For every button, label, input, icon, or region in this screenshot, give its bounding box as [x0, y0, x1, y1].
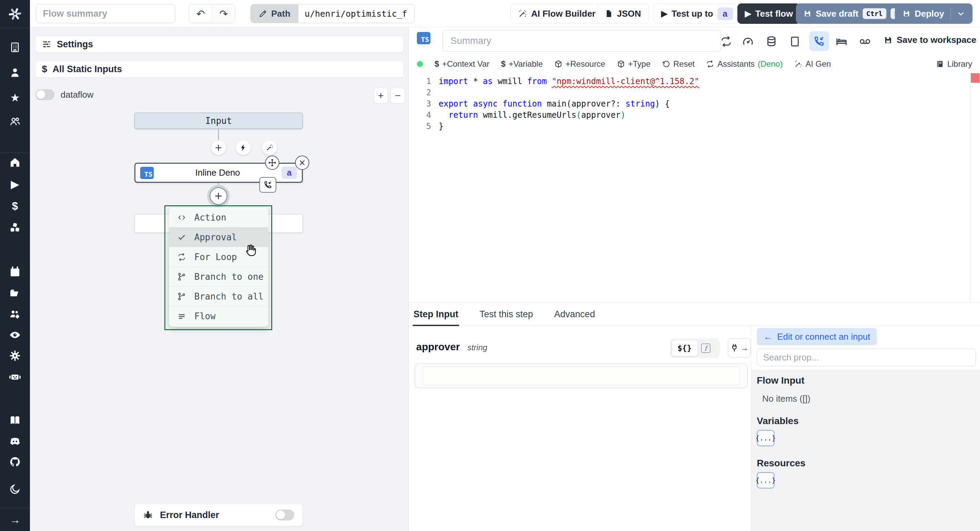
audit-eye-icon[interactable]	[0, 324, 30, 346]
resources-expand-button[interactable]: {...}	[757, 472, 775, 488]
app-sidebar: ★ ▶ $	[0, 0, 30, 531]
zoom-out-button[interactable]: −	[391, 88, 405, 104]
function-mode-toggle[interactable]: f	[699, 343, 713, 353]
tab-test-this-step[interactable]: Test this step	[479, 303, 534, 326]
building-icon[interactable]	[0, 37, 30, 58]
runs-play-icon[interactable]: ▶	[0, 174, 30, 195]
mouse-cursor-pointer	[243, 243, 258, 258]
dark-mode-moon-icon[interactable]	[0, 478, 30, 500]
menu-item-label: Action	[194, 212, 226, 223]
insert-step-button[interactable]	[211, 140, 226, 155]
suspend-approval-button-active[interactable]	[809, 31, 829, 51]
save-draft-button[interactable]: Save draft Ctrl S	[796, 3, 910, 24]
edit-or-connect-button[interactable]: ← Edit or connect an input	[757, 328, 877, 345]
early-stop-gauge-icon[interactable]	[742, 35, 754, 48]
all-static-inputs-button[interactable]: $ All Static Inputs	[35, 61, 404, 78]
insert-step-button-active[interactable]	[210, 187, 227, 205]
add-variable-button[interactable]: $+Variable	[501, 59, 543, 69]
ai-flow-builder-button[interactable]: AI Flow Builder	[511, 3, 603, 24]
user-group-icon[interactable]	[0, 111, 30, 132]
step-summary-input[interactable]	[443, 30, 721, 52]
play-icon: ▶	[661, 9, 667, 18]
settings-gear-icon[interactable]	[0, 345, 30, 366]
tab-step-input[interactable]: Step Input	[413, 303, 459, 326]
dataflow-row: dataflow	[35, 89, 404, 100]
error-handler-row[interactable]: Error Handler	[134, 504, 303, 526]
folders-icon[interactable]	[0, 282, 30, 304]
step-id-badge: a	[282, 166, 297, 179]
add-context-var-button[interactable]: $+Context Var	[434, 59, 489, 69]
tab-advanced[interactable]: Advanced	[554, 303, 596, 326]
error-handler-toggle[interactable]	[275, 510, 294, 520]
typescript-badge: TS	[417, 32, 430, 44]
path-value-input[interactable]	[298, 5, 414, 23]
menu-item-flow[interactable]: Flow	[169, 306, 268, 326]
undo-button[interactable]: ↶	[189, 5, 212, 23]
edit-or-connect-label: Edit or connect an input	[777, 332, 870, 342]
assistants-button[interactable]: Assistants (Deno)	[706, 59, 783, 69]
sleep-bed-icon[interactable]	[835, 35, 848, 48]
docs-book-icon[interactable]	[0, 410, 30, 431]
deploy-button[interactable]: Deploy	[895, 3, 972, 24]
flow-input-node[interactable]: Input	[134, 113, 303, 129]
package-icon	[617, 60, 625, 68]
retries-repeat-icon[interactable]	[720, 35, 732, 48]
move-step-handle[interactable]	[265, 156, 279, 170]
menu-item-action[interactable]: Action	[169, 207, 268, 227]
flow-summary-input[interactable]	[36, 4, 175, 23]
connect-input-button[interactable]: →	[728, 338, 751, 357]
magic-wand-icon	[518, 9, 527, 18]
star-icon[interactable]: ★	[0, 87, 30, 108]
menu-item-branch-to-one[interactable]: Branch to one	[169, 267, 268, 287]
add-resource-button[interactable]: +Resource	[554, 59, 605, 69]
zoom-in-button[interactable]: +	[374, 88, 388, 104]
field-value-input[interactable]	[415, 364, 748, 388]
windmill-logo[interactable]	[0, 0, 30, 28]
home-icon[interactable]	[0, 152, 30, 173]
mock-square-icon[interactable]	[789, 35, 801, 48]
library-button[interactable]: Library	[936, 59, 972, 69]
template-expr-toggle[interactable]: ${}	[672, 340, 698, 356]
delete-step-button[interactable]	[295, 156, 309, 170]
test-flow-button[interactable]: ▶ Test flow	[737, 3, 800, 24]
save-icon	[803, 10, 811, 18]
json-button[interactable]: JSON	[597, 3, 649, 24]
groups-settings-icon[interactable]	[0, 304, 30, 325]
reset-button[interactable]: Reset	[662, 59, 695, 69]
menu-item-label: Branch to one	[194, 272, 264, 282]
line-numbers: 12345	[409, 76, 431, 132]
flow-input-title: Flow Input	[757, 375, 980, 386]
test-up-to-button[interactable]: ▶ Test up to a	[653, 3, 741, 24]
user-icon[interactable]	[0, 62, 30, 83]
discord-icon[interactable]	[0, 431, 30, 452]
menu-item-branch-to-all[interactable]: Branch to all	[169, 287, 268, 306]
save-to-workspace-button[interactable]: Save to workspace	[884, 35, 976, 45]
trigger-bolt-button[interactable]	[236, 140, 251, 155]
path-chip[interactable]: Path	[251, 5, 298, 23]
code-editor[interactable]: 12345 import * as wmill from "npm:windmi…	[409, 73, 980, 302]
variables-expand-button[interactable]: {...}	[757, 430, 775, 446]
expand-arrow-icon[interactable]: →	[0, 509, 30, 530]
add-type-button[interactable]: +Type	[617, 59, 651, 69]
redo-button[interactable]: ↷	[212, 5, 235, 23]
dataflow-toggle[interactable]	[35, 89, 54, 100]
ai-wand-button[interactable]	[262, 140, 277, 155]
ai-robot-icon[interactable]	[0, 366, 30, 387]
variables-title: Variables	[757, 416, 980, 426]
schedules-calendar-icon[interactable]	[0, 262, 30, 282]
lifetime-voicemail-icon[interactable]	[859, 35, 871, 48]
cache-database-icon[interactable]	[765, 35, 778, 48]
save-icon	[884, 36, 892, 45]
deploy-label: Deploy	[915, 8, 944, 19]
ai-gen-button[interactable]: AI Gen	[794, 59, 831, 69]
file-icon	[605, 10, 613, 18]
flow-settings-button[interactable]: Settings	[35, 36, 404, 53]
deploy-more-button[interactable]	[950, 8, 965, 20]
code-content[interactable]: import * as wmill from "npm:windmill-cli…	[439, 76, 967, 132]
variables-dollar-icon[interactable]: $	[0, 195, 30, 217]
editor-actions-row: $+Context Var $+Variable +Resource +Type…	[409, 55, 980, 73]
search-prop-input[interactable]	[757, 349, 976, 366]
package-icon	[554, 60, 563, 68]
github-icon[interactable]	[0, 451, 30, 472]
resources-cubes-icon[interactable]	[0, 217, 30, 238]
